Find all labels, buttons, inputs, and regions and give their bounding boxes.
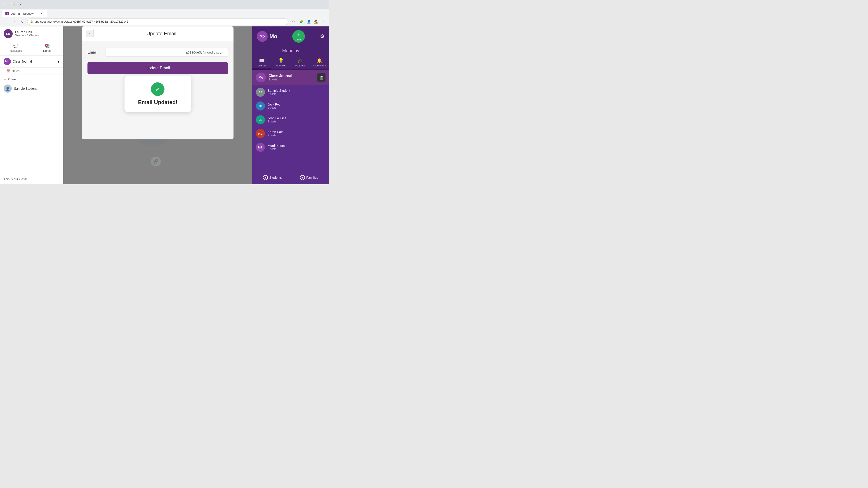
students-footer-button[interactable]: + Students bbox=[255, 173, 290, 182]
nav-item-journal[interactable]: 📖 Journal bbox=[252, 55, 272, 69]
user-info: Lauren Deli Teacher - 2 Classes bbox=[15, 30, 59, 37]
settings-icon[interactable]: ⚙ bbox=[320, 33, 324, 39]
mo-name: Mo bbox=[270, 33, 277, 39]
panel-title: Update Email bbox=[94, 31, 229, 37]
user-role: Teacher - 2 Classes bbox=[15, 34, 59, 37]
update-email-button[interactable]: Update Email bbox=[88, 62, 228, 74]
journal-label: Journal bbox=[258, 64, 266, 67]
url-bar[interactable]: 🔒 app.seesaw.me/#/class/class.e01bf4c2-9… bbox=[27, 19, 288, 25]
pinned-section: ★ Pinned 👤 Sample Student bbox=[0, 75, 63, 97]
update-email-panel: ← Update Email Email: a6196de3@moodjoy.c… bbox=[82, 26, 234, 139]
panel-body: Email: a6196de3@moodjoy.com Update Email… bbox=[82, 41, 234, 88]
class-journal-posts: 3 posts bbox=[269, 78, 315, 81]
library-nav-item[interactable]: 📚 Library bbox=[32, 41, 63, 55]
moodjoy-label: Moodjoy bbox=[252, 46, 329, 55]
messages-nav-item[interactable]: 💬 Messages bbox=[0, 41, 32, 55]
tab-title: Journal - Seesaw bbox=[11, 12, 33, 15]
student-list: SS Sample Student 3 posts JP Jack Pot 2 … bbox=[252, 86, 329, 170]
families-footer-button[interactable]: + Families bbox=[291, 173, 327, 182]
student-name-1: Jack Pot bbox=[268, 103, 326, 106]
window-controls: — ⬜ ✕ bbox=[2, 1, 24, 8]
sample-student-name: Sample Student bbox=[14, 87, 37, 90]
student-list-item-1[interactable]: JP Jack Pot 2 posts bbox=[252, 99, 329, 113]
student-list-item-0[interactable]: SS Sample Student 3 posts bbox=[252, 86, 329, 99]
new-tab-button[interactable]: + bbox=[47, 11, 53, 17]
main-content: 🔗 ← Update Email Email: a6196de3@moodjoy… bbox=[63, 26, 252, 184]
minimize-button[interactable]: — bbox=[2, 1, 8, 8]
class-name: Class Journal bbox=[13, 60, 56, 63]
right-sidebar: Mo Mo + Add ⚙ Moodjoy 📖 Journal 💡 Activi… bbox=[252, 26, 329, 184]
students-add-icon: + bbox=[263, 175, 268, 180]
student-posts-4: 2 posts bbox=[268, 148, 326, 151]
incognito-button[interactable]: 🕵️ bbox=[313, 19, 319, 25]
active-tab[interactable]: S Journal - Seesaw ✕ bbox=[2, 10, 47, 17]
mo-avatar: Mo bbox=[257, 31, 268, 42]
panel-header: ← Update Email bbox=[82, 26, 234, 41]
progress-label: Progress bbox=[295, 64, 305, 67]
maximize-button[interactable]: ⬜ bbox=[9, 1, 16, 8]
menu-button[interactable]: ⋮ bbox=[320, 19, 327, 25]
progress-icon: 🎓 bbox=[298, 58, 303, 63]
student-name-3: Karen Dale bbox=[268, 130, 326, 134]
email-value: a6196de3@moodjoy.com bbox=[186, 51, 224, 54]
star-icon: ★ bbox=[4, 77, 6, 81]
families-footer-label: Families bbox=[306, 176, 318, 180]
top-nav: 💬 Messages 📚 Library bbox=[0, 41, 63, 56]
close-button[interactable]: ✕ bbox=[17, 1, 24, 8]
dropdown-icon: ▾ bbox=[58, 59, 59, 64]
tab-close-button[interactable]: ✕ bbox=[39, 11, 43, 15]
security-icon: 🔒 bbox=[30, 20, 33, 23]
nav-item-activities[interactable]: 💡 Activities bbox=[272, 55, 291, 69]
messages-label: Messages bbox=[9, 49, 22, 53]
student-avatar-0: SS bbox=[256, 88, 265, 97]
add-button[interactable]: + Add bbox=[292, 30, 305, 43]
right-header: Mo Mo + Add ⚙ bbox=[252, 26, 329, 46]
add-icon: + bbox=[297, 32, 300, 38]
right-footer: + Students + Families bbox=[252, 170, 329, 184]
class-journal-info: Class Journal 3 posts bbox=[269, 74, 315, 81]
class-journal-name: Class Journal bbox=[269, 74, 315, 78]
dates-back-icon: ‹ bbox=[4, 69, 4, 73]
extensions-button[interactable]: 🧩 bbox=[298, 19, 305, 25]
back-nav-button[interactable]: ← bbox=[3, 19, 9, 25]
right-nav: 📖 Journal 💡 Activities 🎓 Progress 🔔 Noti… bbox=[252, 55, 329, 70]
activities-label: Activities bbox=[276, 64, 286, 67]
journal-icon: 📖 bbox=[259, 58, 265, 63]
email-input[interactable]: a6196de3@moodjoy.com bbox=[105, 48, 228, 57]
sample-student-avatar: 👤 bbox=[4, 85, 12, 93]
browser-chrome: — ⬜ ✕ S Journal - Seesaw ✕ + ← → ↻ 🔒 app… bbox=[0, 0, 329, 26]
pinned-student-item[interactable]: 👤 Sample Student bbox=[4, 83, 59, 94]
journal-book-icon: 📓 bbox=[317, 73, 326, 82]
profile-button[interactable]: 👤 bbox=[306, 19, 312, 25]
sidebar-header: LD Lauren Deli Teacher - 2 Classes bbox=[0, 26, 63, 41]
notifications-icon: 🔔 bbox=[317, 58, 322, 63]
calendar-icon: 📅 bbox=[6, 69, 10, 73]
student-name-0: Sample Student bbox=[268, 89, 326, 92]
forward-nav-button[interactable]: → bbox=[11, 19, 17, 25]
nav-item-progress[interactable]: 🎓 Progress bbox=[291, 55, 310, 69]
student-posts-3: 2 posts bbox=[268, 134, 326, 137]
bottom-caption: This is our class! bbox=[0, 174, 63, 184]
nav-item-notifications[interactable]: 🔔 Notifications bbox=[310, 55, 329, 69]
bookmark-button[interactable]: ☆ bbox=[290, 19, 297, 25]
left-sidebar: LD Lauren Deli Teacher - 2 Classes 💬 Mes… bbox=[0, 26, 63, 184]
students-footer-label: Students bbox=[269, 176, 282, 180]
student-list-item-4[interactable]: MS Mordi Seem 2 posts bbox=[252, 140, 329, 154]
library-icon: 📚 bbox=[45, 43, 50, 48]
student-name-4: Mordi Seem bbox=[268, 144, 326, 148]
class-journal-item[interactable]: Mo Class Journal 3 posts 📓 bbox=[252, 70, 329, 86]
dates-nav[interactable]: ‹ 📅 Dates bbox=[0, 68, 63, 75]
url-text: app.seesaw.me/#/class/class.e01bf4c2-9a2… bbox=[35, 20, 128, 23]
modal-overlay: ← Update Email Email: a6196de3@moodjoy.c… bbox=[63, 26, 252, 184]
student-list-item-3[interactable]: KD Karen Dale 2 posts bbox=[252, 127, 329, 140]
families-add-icon: + bbox=[300, 175, 305, 180]
class-selector[interactable]: Mo Class Journal ▾ bbox=[0, 56, 63, 68]
student-avatar-2: JL bbox=[256, 115, 265, 124]
student-list-item-2[interactable]: JL John Louises 2 posts bbox=[252, 113, 329, 127]
back-button[interactable]: ← bbox=[87, 30, 94, 37]
browser-actions: 🧩 👤 🕵️ ⋮ bbox=[298, 19, 327, 25]
pinned-label: ★ Pinned bbox=[4, 77, 59, 81]
student-info-1: Jack Pot 2 posts bbox=[268, 103, 326, 109]
add-label: Add bbox=[297, 38, 301, 41]
reload-button[interactable]: ↻ bbox=[19, 19, 25, 25]
